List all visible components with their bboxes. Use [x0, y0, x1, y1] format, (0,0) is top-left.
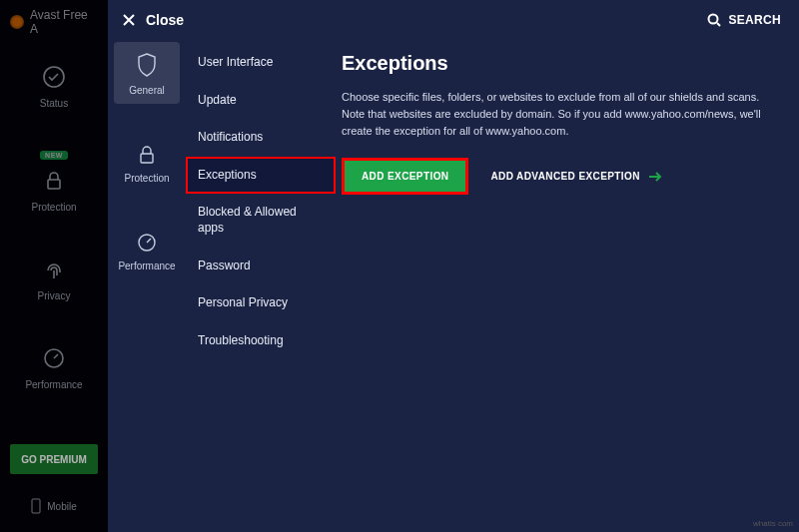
- gauge-icon: [39, 343, 69, 373]
- nav-privacy[interactable]: Privacy: [38, 255, 71, 301]
- submenu-list: User Interface Update Notifications Exce…: [186, 36, 336, 524]
- sub-exceptions[interactable]: Exceptions: [186, 157, 336, 195]
- main-sidebar-dimmed: Avast Free A Status NEW Protection Priva…: [0, 0, 108, 532]
- mobile-icon: [31, 498, 41, 514]
- svg-rect-1: [48, 180, 60, 189]
- page-description: Choose specific files, folders, or websi…: [342, 89, 771, 140]
- svg-point-4: [708, 15, 717, 24]
- nav-label: Performance: [25, 379, 82, 390]
- new-badge: NEW: [40, 151, 68, 160]
- svg-rect-3: [32, 499, 40, 513]
- shield-icon: [136, 52, 158, 78]
- nav-protection[interactable]: NEW Protection: [31, 151, 76, 213]
- category-label: Protection: [124, 173, 169, 184]
- svg-rect-5: [141, 154, 153, 163]
- gauge-icon: [136, 232, 158, 254]
- category-performance[interactable]: Performance: [114, 222, 180, 279]
- watermark: whatis com: [753, 519, 793, 528]
- settings-panel: Close SEARCH General Protection: [108, 0, 799, 532]
- search-button[interactable]: SEARCH: [707, 13, 781, 27]
- lock-icon: [136, 144, 158, 166]
- close-icon: [122, 13, 136, 27]
- sub-password[interactable]: Password: [186, 248, 336, 285]
- add-exception-button[interactable]: ADD EXCEPTION: [342, 158, 468, 195]
- category-label: General: [129, 85, 165, 96]
- lock-icon: [39, 166, 69, 196]
- nav-performance[interactable]: Performance: [25, 343, 82, 390]
- sub-blocked-allowed[interactable]: Blocked & Allowed apps: [186, 194, 336, 247]
- sub-personal-privacy[interactable]: Personal Privacy: [186, 284, 336, 322]
- content-area: Exceptions Choose specific files, folder…: [336, 36, 799, 524]
- arrow-right-icon: [648, 172, 662, 182]
- category-list: General Protection Performance: [108, 36, 186, 524]
- category-label: Performance: [118, 261, 175, 271]
- app-title: Avast Free A: [30, 8, 98, 36]
- sub-update[interactable]: Update: [186, 82, 336, 120]
- status-icon: [39, 62, 69, 92]
- fingerprint-icon: [39, 255, 69, 284]
- go-premium-button[interactable]: GO PREMIUM: [10, 444, 98, 474]
- nav-status[interactable]: Status: [39, 62, 69, 109]
- search-icon: [707, 13, 721, 27]
- nav-label: Privacy: [38, 290, 71, 301]
- sub-user-interface[interactable]: User Interface: [186, 44, 336, 82]
- sub-troubleshooting[interactable]: Troubleshooting: [186, 322, 336, 360]
- nav-label: Status: [40, 98, 68, 109]
- add-advanced-exception-button[interactable]: ADD ADVANCED EXCEPTION: [490, 171, 661, 182]
- category-protection[interactable]: Protection: [114, 134, 180, 192]
- category-general[interactable]: General: [114, 42, 180, 104]
- nav-mobile[interactable]: Mobile: [0, 498, 108, 514]
- avast-logo-icon: [10, 15, 24, 29]
- close-button[interactable]: Close: [122, 12, 184, 28]
- close-label: Close: [146, 12, 184, 28]
- page-title: Exceptions: [342, 52, 771, 75]
- app-header: Avast Free A: [0, 0, 108, 44]
- nav-label: Protection: [31, 202, 76, 213]
- search-label: SEARCH: [729, 13, 781, 27]
- sub-notifications[interactable]: Notifications: [186, 119, 336, 157]
- nav-label: Mobile: [47, 501, 76, 512]
